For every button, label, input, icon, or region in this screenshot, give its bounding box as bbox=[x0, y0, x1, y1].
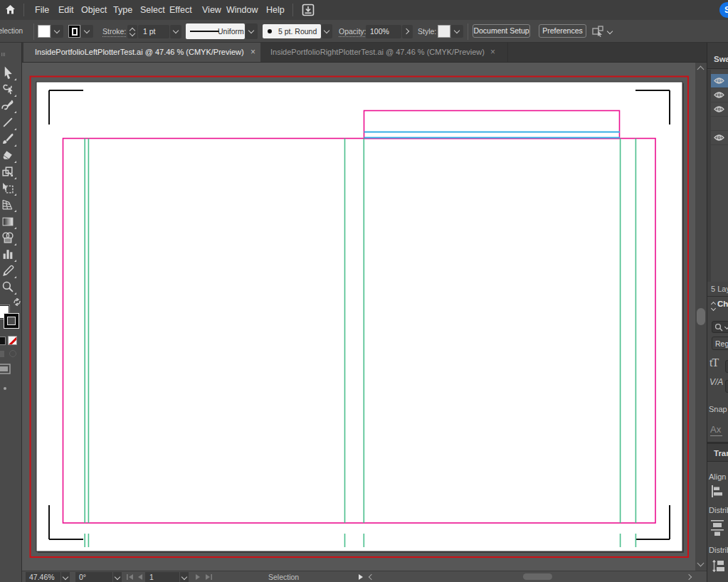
first-artboard-icon[interactable] bbox=[126, 574, 134, 580]
baseline-ax-button[interactable]: Ax bbox=[710, 424, 722, 436]
toolbar-grip[interactable] bbox=[1, 53, 7, 56]
shape-builder-tool[interactable] bbox=[1, 231, 16, 246]
menu-item-view[interactable]: View bbox=[202, 0, 221, 20]
fill-color-dropdown[interactable] bbox=[51, 25, 63, 38]
stroke-weight-value[interactable]: 1 pt bbox=[138, 25, 169, 38]
edit-toolbar-dot[interactable] bbox=[4, 387, 6, 390]
width-profile-chevron[interactable] bbox=[246, 23, 258, 39]
style-dropdown[interactable] bbox=[451, 25, 463, 38]
vertical-scrollbar[interactable] bbox=[695, 63, 707, 571]
style-swatch[interactable] bbox=[438, 25, 450, 38]
screen-mode-icon[interactable] bbox=[0, 364, 13, 375]
swap-fill-stroke-icon[interactable] bbox=[13, 298, 21, 306]
document-tab-2[interactable]: InsidePortfolioRightPlotterTest.ai @ 47.… bbox=[260, 43, 508, 62]
variable-width-profile-dropdown[interactable]: Uniform bbox=[186, 23, 245, 39]
font-style-dropdown[interactable]: Regular bbox=[712, 337, 728, 350]
brush-dropdown[interactable]: 5 pt. Round bbox=[263, 24, 321, 38]
preferences-button[interactable]: Preferences bbox=[539, 24, 586, 38]
zoom-tool[interactable] bbox=[1, 280, 16, 295]
paintbrush-tool[interactable] bbox=[1, 132, 16, 147]
selection-tool[interactable] bbox=[1, 66, 16, 81]
stroke-weight-label[interactable]: Stroke: bbox=[102, 20, 126, 43]
stroke-weight-dropdown[interactable] bbox=[170, 25, 181, 38]
canvas-viewport[interactable] bbox=[22, 63, 695, 571]
line-segment-tool[interactable] bbox=[1, 116, 16, 131]
prev-artboard-icon[interactable] bbox=[137, 574, 143, 580]
home-icon[interactable] bbox=[5, 4, 16, 15]
scale-tool[interactable] bbox=[1, 165, 16, 180]
layer-row-4[interactable] bbox=[711, 117, 728, 131]
hscroll-left-arrow[interactable] bbox=[369, 574, 374, 580]
menu-item-type[interactable]: Type bbox=[113, 0, 132, 20]
user-avatar[interactable]: S bbox=[719, 2, 728, 18]
menu-item-select[interactable]: Select bbox=[140, 0, 165, 20]
menu-item-window[interactable]: Window bbox=[226, 0, 258, 20]
opacity-expand[interactable] bbox=[402, 25, 413, 38]
rotation-field[interactable]: 0° bbox=[75, 572, 112, 582]
menu-item-object[interactable]: Object bbox=[81, 0, 107, 20]
draw-inside-icon[interactable] bbox=[9, 350, 16, 357]
stroke-color-indicator[interactable] bbox=[4, 313, 19, 329]
document-tab-1[interactable]: InsidePortfolioLeftPlotterTest.ai @ 47.4… bbox=[23, 43, 260, 62]
opacity-label[interactable]: Opacity: bbox=[339, 20, 366, 43]
align-left-icon[interactable] bbox=[711, 485, 723, 497]
document-setup-button[interactable]: Document Setup bbox=[473, 24, 530, 38]
tab-close-icon[interactable]: × bbox=[490, 43, 495, 62]
select-similar-icon[interactable] bbox=[592, 26, 605, 37]
rotation-dropdown[interactable] bbox=[113, 572, 122, 582]
draw-normal-icon[interactable] bbox=[0, 351, 4, 357]
layer-visibility-eye-icon[interactable] bbox=[714, 91, 724, 99]
direct-selection-tool[interactable] bbox=[1, 83, 16, 97]
snap-to-glyph-label[interactable]: Snap to Glyph bbox=[709, 405, 728, 413]
eraser-tool[interactable] bbox=[1, 149, 16, 164]
last-artboard-icon[interactable] bbox=[204, 574, 213, 580]
scroll-up-arrow[interactable] bbox=[697, 66, 705, 73]
pencil-tool[interactable] bbox=[1, 264, 16, 279]
layer-row-3[interactable] bbox=[711, 102, 728, 117]
fill-color-swatch[interactable] bbox=[38, 25, 51, 38]
stroke-weight-stepper[interactable] bbox=[127, 25, 137, 38]
status-play-icon[interactable] bbox=[358, 574, 364, 580]
select-similar-chevron[interactable] bbox=[607, 28, 613, 34]
layer-row-5[interactable] bbox=[711, 131, 728, 145]
perspective-grid-tool[interactable] bbox=[1, 198, 16, 213]
gradient-tool[interactable] bbox=[1, 215, 16, 230]
zoom-dropdown[interactable] bbox=[61, 572, 70, 582]
brush-chevron[interactable] bbox=[322, 24, 332, 38]
scroll-down-arrow[interactable] bbox=[697, 560, 705, 567]
stroke-color-swatch[interactable] bbox=[68, 25, 80, 38]
hscroll-right-arrow[interactable] bbox=[686, 574, 692, 580]
layer-row-1[interactable] bbox=[711, 74, 728, 88]
color-button[interactable] bbox=[0, 337, 6, 345]
distribute-center-icon[interactable] bbox=[711, 520, 724, 536]
vertical-scroll-thumb[interactable] bbox=[697, 308, 705, 325]
kerning-field[interactable] bbox=[725, 380, 728, 393]
panel-tab-swatches[interactable]: Swatches bbox=[707, 43, 728, 69]
distribute-spacing-icon[interactable] bbox=[712, 560, 724, 572]
pen-tool[interactable] bbox=[1, 99, 16, 114]
layer-row-2[interactable] bbox=[711, 88, 728, 102]
none-button[interactable] bbox=[8, 336, 17, 345]
menu-item-effect[interactable]: Effect bbox=[169, 0, 192, 20]
zoom-level-field[interactable]: 47.46% bbox=[26, 572, 60, 582]
font-search-field[interactable] bbox=[712, 321, 728, 333]
stroke-color-dropdown[interactable] bbox=[81, 25, 93, 38]
horizontal-scroll-thumb[interactable] bbox=[523, 573, 552, 580]
artboard-number-field[interactable]: 1 bbox=[145, 572, 179, 582]
tab-close-icon[interactable]: × bbox=[250, 43, 255, 62]
layer-visibility-eye-icon[interactable] bbox=[714, 105, 724, 113]
layer-visibility-eye-icon[interactable] bbox=[714, 134, 724, 142]
arrange-documents-icon[interactable] bbox=[302, 4, 315, 16]
menu-item-file[interactable]: File bbox=[35, 0, 49, 20]
menu-item-help[interactable]: Help bbox=[266, 0, 285, 20]
menu-item-edit[interactable]: Edit bbox=[58, 0, 74, 20]
panel-collapse-icon[interactable] bbox=[711, 302, 717, 310]
character-panel-title[interactable]: Character bbox=[717, 300, 728, 308]
column-graph-tool[interactable] bbox=[1, 248, 16, 263]
next-artboard-icon[interactable] bbox=[195, 574, 201, 580]
artboard-dropdown[interactable] bbox=[180, 572, 189, 582]
font-size-field[interactable] bbox=[725, 360, 728, 373]
panel-tab-transform[interactable]: Transform bbox=[707, 443, 728, 462]
layer-visibility-eye-icon[interactable] bbox=[714, 77, 724, 85]
opacity-value[interactable]: 100% bbox=[366, 25, 401, 38]
